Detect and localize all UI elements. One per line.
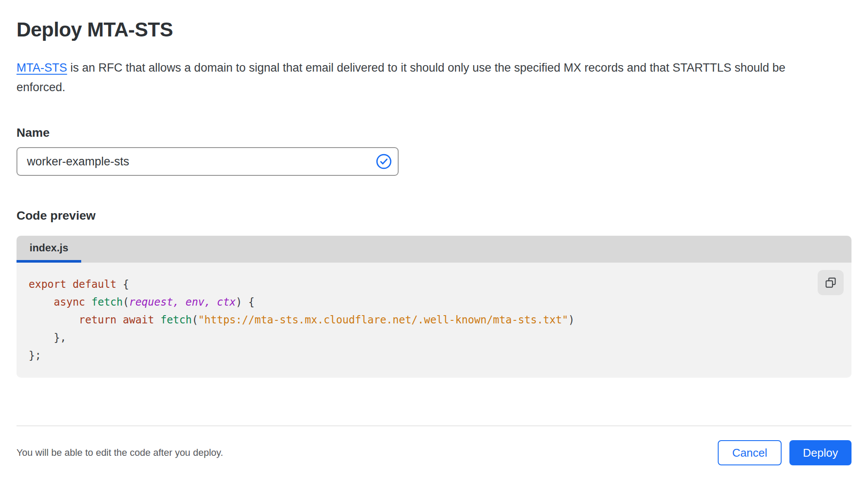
code-preview-block: index.js export default { async fetch(re… [17, 236, 851, 378]
code-line: async fetch(request, env, ctx) { [29, 293, 812, 311]
footer-note: You will be able to edit the code after … [17, 447, 223, 458]
footer-actions: Cancel Deploy [718, 440, 851, 465]
check-circle-icon [376, 153, 392, 170]
tab-index-js[interactable]: index.js [17, 236, 81, 263]
code-line: export default { [29, 276, 812, 293]
cancel-button[interactable]: Cancel [718, 440, 782, 465]
copy-icon [824, 276, 837, 289]
code-tab-bar: index.js [17, 236, 851, 263]
copy-code-button[interactable] [818, 270, 844, 295]
intro-text-body: is an RFC that allows a domain to signal… [17, 61, 785, 94]
name-label: Name [17, 126, 851, 140]
deploy-button[interactable]: Deploy [789, 440, 851, 465]
code-line: }, [29, 329, 812, 347]
name-input[interactable] [17, 147, 399, 176]
deploy-mta-sts-page: Deploy MTA-STS MTA-STS is an RFC that al… [0, 17, 868, 494]
mta-sts-link[interactable]: MTA-STS [17, 61, 67, 74]
intro-text: MTA-STS is an RFC that allows a domain t… [17, 58, 798, 97]
name-input-wrap [17, 147, 399, 176]
code-line: return await fetch("https://mta-sts.mx.c… [29, 311, 812, 329]
code-content: export default { async fetch(request, en… [29, 276, 812, 365]
code-area: export default { async fetch(request, en… [17, 263, 851, 378]
page-title: Deploy MTA-STS [17, 17, 851, 42]
code-line: }; [29, 347, 812, 365]
footer-divider [17, 425, 851, 426]
code-preview-heading: Code preview [17, 209, 851, 223]
footer: You will be able to edit the code after … [17, 440, 851, 465]
